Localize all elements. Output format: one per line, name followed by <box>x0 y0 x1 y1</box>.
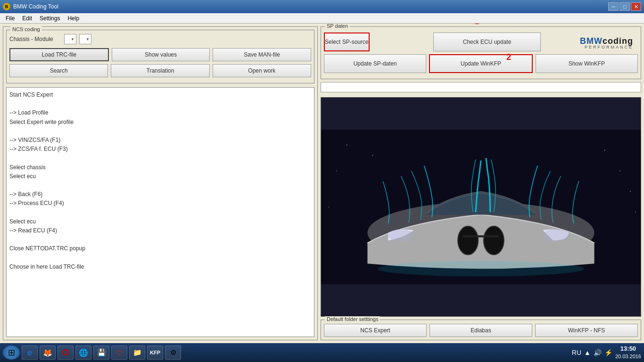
svg-point-9 <box>604 150 605 151</box>
console-line: Start NCS Expert --> Load Profile Select… <box>9 90 311 272</box>
load-trc-button[interactable]: Load TRC-file <box>9 48 109 61</box>
sp-daten-group: SP daten 1 Select SP-source Check ECU up… <box>321 26 641 79</box>
tray-language[interactable]: RU <box>572 349 581 356</box>
start-button[interactable]: ⊞ <box>3 346 20 360</box>
button-row-2: Search Translation Open work <box>9 64 311 77</box>
svg-point-8 <box>372 155 373 156</box>
svg-point-15 <box>378 261 584 277</box>
svg-point-12 <box>630 191 631 192</box>
console-output: Start NCS Expert --> Load Profile Select… <box>6 87 314 337</box>
show-values-button[interactable]: Show values <box>112 48 210 61</box>
translation-button[interactable]: Translation <box>111 64 209 77</box>
open-work-button[interactable]: Open work <box>213 64 311 77</box>
sp-input-field[interactable] <box>321 82 641 92</box>
default-folder-group: Default folder setttings NCS Expert Edia… <box>321 320 641 340</box>
tray-volume-icon[interactable]: 🔊 <box>594 349 602 356</box>
save-man-button[interactable]: Save MAN-file <box>213 48 311 61</box>
select-sp-source-button[interactable]: Select SP-source <box>324 33 370 51</box>
taskbar-kfp[interactable]: KFP <box>147 346 163 360</box>
left-panel: NCS coding Chassis - Module Load TRC-fil… <box>3 26 318 340</box>
svg-point-6 <box>543 229 569 241</box>
taskbar-ie[interactable]: e <box>22 346 38 360</box>
taskbar-gear[interactable]: ⚙ <box>165 346 181 360</box>
taskbar: ⊞ e 🦊 O 🌐 💾 🛡 📁 KFP ⚙ RU ▲ 🔊 ⚡ 13:50 20.… <box>0 343 644 362</box>
menu-settings[interactable]: Settings <box>36 14 64 23</box>
select-sp-container: Select SP-source <box>324 33 430 51</box>
svg-point-14 <box>635 212 636 213</box>
annotation-2: 2 <box>506 52 511 62</box>
menubar: File Edit Settings Help <box>0 13 644 24</box>
svg-point-7 <box>347 145 347 146</box>
menu-help[interactable]: Help <box>64 14 83 23</box>
tray-date-display: 20.03.2016 <box>615 353 641 360</box>
show-winkfp-button[interactable]: Show WinKFP <box>536 54 638 73</box>
button-row-1: Load TRC-file Show values Save MAN-file <box>9 48 311 61</box>
tray-time-display: 13:50 <box>615 345 641 353</box>
car-illustration <box>321 98 641 316</box>
bmw-branding: BMWcoding PERFORMANCE <box>544 34 638 49</box>
svg-rect-4 <box>463 235 499 237</box>
chassis-row: Chassis - Module <box>9 34 311 44</box>
titlebar: B BMW Coding Tool ─ □ ✕ <box>0 0 644 13</box>
taskbar-opera[interactable]: O <box>58 346 74 360</box>
svg-point-3 <box>483 226 504 255</box>
module-dropdown-wrapper <box>79 34 91 44</box>
maximize-button[interactable]: □ <box>619 2 630 11</box>
coding-label: coding <box>603 36 633 46</box>
folder-button-row: NCS Expert Ediabas WinKFP - NFS <box>324 324 638 337</box>
tray-battery-icon[interactable]: ⚡ <box>604 349 612 356</box>
chassis-label: Chassis - Module <box>9 36 61 42</box>
winkfp-nfs-folder-button[interactable]: WinKFP - NFS <box>535 324 638 337</box>
app-icon: B <box>3 3 10 10</box>
car-image-area <box>321 97 641 317</box>
close-button[interactable]: ✕ <box>631 2 641 11</box>
svg-point-11 <box>336 170 337 171</box>
search-button[interactable]: Search <box>9 64 108 77</box>
menu-edit[interactable]: Edit <box>18 14 36 23</box>
svg-point-5 <box>388 229 414 241</box>
module-select[interactable] <box>79 34 91 44</box>
main-content: NCS coding Chassis - Module Load TRC-fil… <box>0 24 644 343</box>
window-controls: ─ □ ✕ <box>608 2 641 11</box>
bmw-coding-span: BMW <box>580 36 603 46</box>
ncs-expert-folder-button[interactable]: NCS Expert <box>324 324 427 337</box>
tray-network-icon[interactable]: ▲ <box>584 349 591 356</box>
default-folder-title: Default folder setttings <box>325 316 380 322</box>
update-sp-daten-button[interactable]: Update SP-daten <box>324 54 426 73</box>
ncs-coding-title: NCS coding <box>10 26 42 32</box>
svg-point-2 <box>458 226 479 255</box>
annotation-1: 1 <box>474 24 479 26</box>
right-panel: SP daten 1 Select SP-source Check ECU up… <box>321 26 641 340</box>
ncs-coding-group: NCS coding Chassis - Module Load TRC-fil… <box>6 30 314 83</box>
taskbar-save[interactable]: 💾 <box>93 346 109 360</box>
window-title: BMW Coding Tool <box>13 3 608 10</box>
taskbar-folder[interactable]: 📁 <box>129 346 145 360</box>
chassis-select[interactable] <box>64 34 76 44</box>
taskbar-firefox[interactable]: 🦊 <box>40 346 56 360</box>
update-winkfp-button[interactable]: Update WinKFP <box>429 54 532 73</box>
bmw-text: BMWcoding <box>580 36 633 46</box>
minimize-button[interactable]: ─ <box>608 2 619 11</box>
taskbar-tray: RU ▲ 🔊 ⚡ 13:50 20.03.2016 <box>572 345 641 360</box>
taskbar-shield[interactable]: 🛡 <box>111 346 127 360</box>
sp-row-2: Update SP-daten Update WinKFP Show WinKF… <box>324 54 638 73</box>
ediabas-folder-button[interactable]: Ediabas <box>429 324 532 337</box>
bmw-performance: PERFORMANCE <box>544 45 633 49</box>
taskbar-chrome[interactable]: 🌐 <box>75 346 91 360</box>
menu-file[interactable]: File <box>2 14 18 23</box>
sp-row-1: Select SP-source Check ECU update BMWcod… <box>324 33 638 51</box>
svg-point-10 <box>619 170 620 171</box>
svg-point-13 <box>328 206 329 207</box>
sp-daten-title: SP daten <box>325 24 350 29</box>
chassis-dropdown-wrapper <box>64 34 76 44</box>
check-ecu-update-button[interactable]: Check ECU update <box>433 33 541 51</box>
tray-clock[interactable]: 13:50 20.03.2016 <box>615 345 641 360</box>
